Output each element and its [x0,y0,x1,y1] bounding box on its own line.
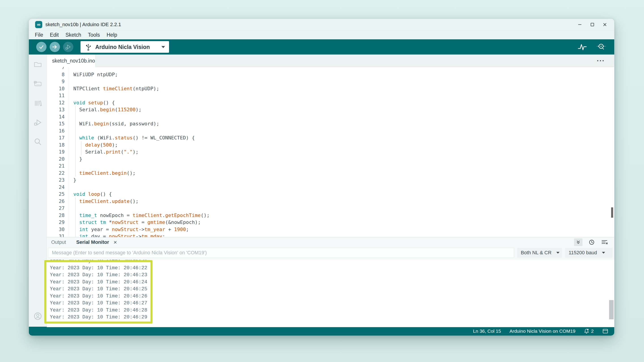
line-content: int year = nowStruct->tm_year + 1900; [68,226,189,233]
window-controls [574,20,614,29]
line-number: 12 [47,99,68,106]
menu-edit[interactable]: Edit [46,31,62,39]
line-number: 7 [47,67,68,71]
panel-tabbar: Output Serial Monitor × [47,237,614,247]
sketchbook-folder-icon[interactable] [33,59,43,69]
account-icon[interactable] [33,311,43,321]
line-number: 16 [47,127,68,134]
code-line: 8WiFiUDP ntpUDP; [47,71,614,78]
serial-input-row: Both NL & CR 115200 baud [47,247,614,260]
serial-line: Year: 2023 Day: 10 Time: 20:46:29 [50,314,614,321]
search-icon[interactable] [33,137,43,147]
timestamp-toggle[interactable] [588,239,595,246]
line-content: WiFi.begin(ssid, password); [68,120,159,127]
line-number: 30 [47,226,68,233]
serial-line: Year: 2023 Day: 10 Time: 20:46:28 [50,307,614,314]
line-ending-value: Both NL & CR [521,250,552,256]
serial-output-lines: Year: 2023 Day: 10 Time: 20:46:21Year: 2… [47,260,614,321]
cursor-position[interactable]: Ln 36, Col 15 [473,329,501,334]
line-content: Serial.begin(115200); [68,106,142,113]
line-content: Serial.print("."); [68,148,138,156]
serial-output-area[interactable]: Year: 2023 Day: 10 Time: 20:46:21Year: 2… [47,260,614,327]
tab-label: sketch_nov10b.ino [52,58,95,64]
check-icon [38,43,45,50]
notifications[interactable]: 2 [584,328,594,334]
serial-scrollbar-thumb[interactable] [609,300,614,319]
code-line: 20 } [47,156,614,163]
board-port-status[interactable]: Arduino Nicla Vision on COM19 [510,329,575,334]
line-number: 20 [47,156,68,163]
serial-monitor-button[interactable] [596,43,606,51]
toolbar: Arduino Nicla Vision [29,39,614,54]
tab-output[interactable]: Output [50,239,67,245]
arduino-logo-icon: ∞ [35,21,42,28]
serial-plotter-button[interactable] [578,43,587,51]
activity-sidebar [29,54,47,327]
board-selector[interactable]: Arduino Nicla Vision [80,41,169,53]
close-serial-tab-icon[interactable]: × [114,240,117,245]
tab-sketch-ino[interactable]: sketch_nov10b.ino [47,54,96,67]
menu-help[interactable]: Help [103,31,120,39]
panel-actions [574,238,608,246]
editor-tabbar: sketch_nov10b.ino ··· [47,54,614,67]
code-line: 9 [47,78,614,85]
line-content: NTPClient timeClient(ntpUDP); [68,85,159,92]
code-line: 10NTPClient timeClient(ntpUDP); [47,85,614,92]
editor-area: sketch_nov10b.ino ··· 78WiFiUDP ntpUDP;9… [47,54,614,237]
line-number: 9 [47,78,68,85]
code-line: 17 while (WiFi.status() != WL_CONNECTED)… [47,134,614,141]
code-line: 15 WiFi.begin(ssid, password); [47,120,614,127]
bottom-panel: Output Serial Monitor × [47,237,614,327]
serial-line: Year: 2023 Day: 10 Time: 20:46:22 [50,265,614,272]
statusbar: Ln 36, Col 15 Arduino Nicla Vision on CO… [29,327,614,336]
code-line: 21 [47,162,614,170]
verify-button[interactable] [36,42,46,52]
line-content: timeClient.begin(); [68,170,136,177]
minimize-button[interactable] [574,20,586,29]
editor-scrollbar-thumb[interactable] [611,207,613,218]
menu-sketch[interactable]: Sketch [62,31,84,39]
menu-tools[interactable]: Tools [84,31,103,39]
line-content: time_t nowEpoch = timeClient.getEpochTim… [68,212,210,219]
baud-rate-dropdown[interactable]: 115200 baud [565,248,612,258]
boards-manager-icon[interactable] [33,78,43,89]
line-number: 13 [47,106,68,113]
line-content: struct tm *nowStruct = gmtime(&nowEpoch)… [68,219,201,226]
line-ending-dropdown[interactable]: Both NL & CR [517,248,562,258]
line-content: void setup() { [68,99,115,106]
line-number: 31 [47,233,68,237]
line-number: 14 [47,113,68,120]
code-editor[interactable]: 78WiFiUDP ntpUDP;910NTPClient timeClient… [47,67,614,237]
menubar: File Edit Sketch Tools Help [29,30,614,39]
clear-output-button[interactable] [601,239,608,245]
line-number: 27 [47,205,68,212]
menu-file[interactable]: File [32,31,46,39]
tab-serial-monitor[interactable]: Serial Monitor [75,239,110,245]
upload-button[interactable] [50,42,60,52]
line-number: 15 [47,120,68,127]
line-number: 10 [47,85,68,92]
line-number: 21 [47,162,68,170]
arduino-ide-window: ∞ sketch_nov10b | Arduino IDE 2.2.1 File… [28,18,614,336]
line-content [68,92,73,99]
line-number: 25 [47,191,68,198]
line-number: 8 [47,71,68,78]
more-actions-icon[interactable]: ··· [597,58,605,63]
code-line: 11 [47,92,614,99]
line-content [68,184,73,191]
library-manager-icon[interactable] [33,98,43,108]
line-content [68,113,73,120]
maximize-button[interactable] [586,20,598,29]
line-number: 11 [47,92,68,99]
debug-sidebar-icon[interactable] [33,117,43,128]
code-lines: 78WiFiUDP ntpUDP;910NTPClient timeClient… [47,67,614,237]
line-content [68,205,73,212]
serial-message-input[interactable] [48,248,514,258]
debug-button[interactable] [63,42,73,52]
line-content [68,78,73,85]
scroll-to-bottom-toggle[interactable] [574,238,582,246]
serial-line: Year: 2023 Day: 10 Time: 20:46:21 [50,260,614,265]
close-button[interactable] [598,20,611,29]
toggle-panel-button[interactable] [602,329,608,334]
chevron-down-icon [602,252,605,254]
